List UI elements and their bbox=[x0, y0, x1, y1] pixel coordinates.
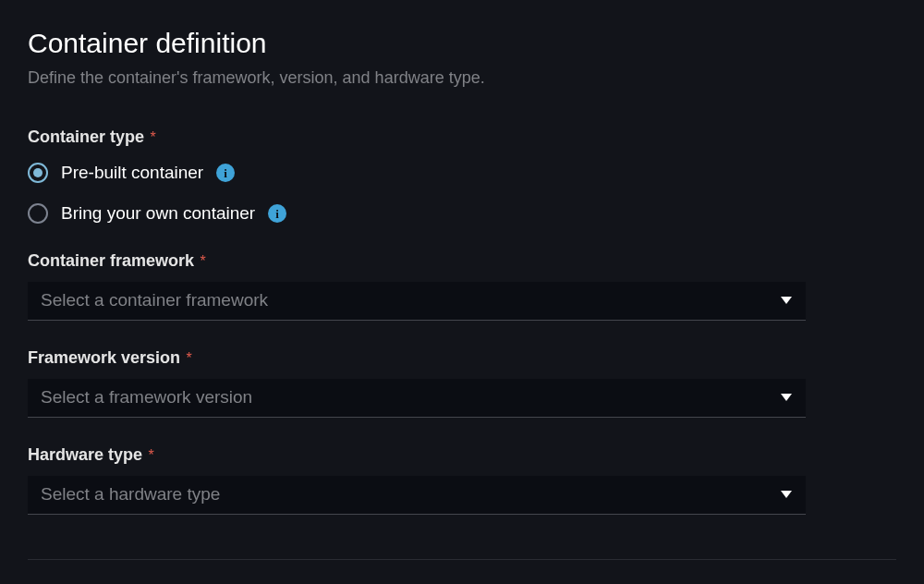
container-framework-select[interactable]: Select a container framework bbox=[28, 282, 806, 321]
radio-prebuilt-container[interactable]: Pre-built container i bbox=[28, 163, 235, 183]
svg-marker-4 bbox=[781, 491, 792, 498]
chevron-down-icon bbox=[780, 393, 793, 402]
select-placeholder: Select a framework version bbox=[41, 387, 252, 408]
required-indicator: * bbox=[187, 350, 192, 366]
section-title: Container definition bbox=[28, 26, 896, 61]
svg-marker-3 bbox=[781, 394, 792, 401]
select-placeholder: Select a container framework bbox=[41, 290, 268, 310]
framework-label: Container framework * bbox=[28, 251, 896, 271]
required-indicator: * bbox=[150, 129, 155, 145]
select-placeholder: Select a hardware type bbox=[41, 484, 220, 505]
framework-version-group: Framework version * Select a framework v… bbox=[28, 348, 896, 418]
info-icon[interactable]: i bbox=[268, 204, 286, 223]
container-framework-group: Container framework * Select a container… bbox=[28, 251, 896, 321]
radio-button-icon bbox=[28, 163, 48, 183]
field-label: Container type bbox=[28, 128, 144, 146]
framework-version-select[interactable]: Select a framework version bbox=[28, 379, 806, 418]
version-label: Framework version * bbox=[28, 348, 896, 368]
section-divider bbox=[28, 559, 896, 560]
required-indicator: * bbox=[201, 253, 206, 269]
radio-button-icon bbox=[28, 203, 48, 224]
info-icon[interactable]: i bbox=[216, 164, 235, 182]
radio-bring-your-own-container[interactable]: Bring your own container i bbox=[28, 203, 286, 224]
hardware-label: Hardware type * bbox=[28, 445, 896, 465]
section-subtitle: Define the container's framework, versio… bbox=[28, 67, 896, 90]
svg-text:i: i bbox=[275, 207, 279, 220]
radio-label: Bring your own container bbox=[61, 203, 255, 224]
field-label: Container framework bbox=[28, 251, 194, 270]
chevron-down-icon bbox=[780, 296, 793, 305]
chevron-down-icon bbox=[780, 490, 793, 499]
container-type-label: Container type * bbox=[28, 128, 896, 147]
hardware-type-group: Hardware type * Select a hardware type bbox=[28, 445, 896, 515]
container-type-group: Container type * Pre-built container i B… bbox=[28, 128, 896, 224]
hardware-type-select[interactable]: Select a hardware type bbox=[28, 476, 806, 515]
svg-text:i: i bbox=[224, 166, 227, 179]
field-label: Hardware type bbox=[28, 445, 142, 464]
svg-marker-2 bbox=[781, 297, 792, 304]
field-label: Framework version bbox=[28, 348, 180, 367]
radio-label: Pre-built container bbox=[61, 163, 203, 183]
required-indicator: * bbox=[149, 447, 154, 463]
